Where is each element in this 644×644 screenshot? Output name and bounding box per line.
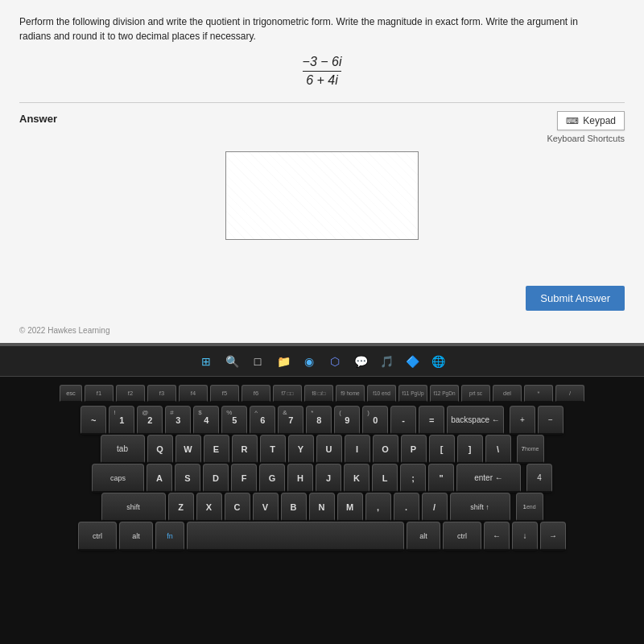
key-c[interactable]: C [225, 493, 250, 522]
key-ctrl-right[interactable]: ctrl [443, 522, 481, 551]
key-0[interactable]: )0 [362, 406, 388, 435]
key-f8[interactable]: f8 □/□ [304, 385, 333, 402]
key-t[interactable]: T [260, 435, 286, 464]
key-quote[interactable]: " [428, 464, 454, 493]
key-numpad-div[interactable]: / [555, 385, 584, 402]
key-q[interactable]: Q [147, 435, 173, 464]
key-prtsc[interactable]: prt sc [461, 385, 490, 402]
key-f9[interactable]: f9 home [336, 385, 365, 402]
key-backspace[interactable]: backspace ← [447, 406, 504, 435]
key-semicolon[interactable]: ; [400, 464, 426, 493]
key-9[interactable]: (9 [334, 406, 360, 435]
key-shift-right[interactable]: shift ↑ [450, 493, 510, 522]
key-f12[interactable]: f12 PgDn [430, 385, 459, 402]
key-period[interactable]: . [394, 493, 419, 522]
key-minus[interactable]: - [390, 406, 416, 435]
key-slash[interactable]: / [422, 493, 448, 522]
taskbar-chat-icon[interactable]: 💬 [352, 353, 369, 370]
taskbar-search-icon[interactable]: 🔍 [223, 353, 241, 370]
key-6[interactable]: ^6 [250, 406, 275, 435]
submit-button[interactable]: Submit Answer [526, 286, 625, 311]
key-esc[interactable]: esc [60, 385, 82, 402]
key-tab[interactable]: tab [101, 435, 145, 464]
key-p[interactable]: P [401, 435, 427, 464]
key-f7[interactable]: f7 □□ [273, 385, 302, 402]
key-comma[interactable]: , [365, 493, 391, 522]
answer-box[interactable] [225, 151, 419, 240]
key-alt-right[interactable]: alt [407, 522, 440, 551]
key-x[interactable]: X [196, 493, 222, 522]
key-4[interactable]: 4 [526, 464, 552, 493]
key-f3[interactable]: f3 [147, 385, 176, 402]
key-d[interactable]: D [203, 464, 229, 493]
math-numerator: −3 − 6i [303, 55, 342, 72]
taskbar-edge-icon[interactable]: ◉ [300, 353, 318, 370]
key-backtick[interactable]: ~ [80, 406, 106, 435]
key-backslash[interactable]: \ [485, 435, 511, 464]
key-fn[interactable]: fn [155, 522, 184, 551]
taskbar-app1-icon[interactable]: 🔷 [403, 353, 421, 370]
taskbar-browser-icon[interactable]: 🌐 [429, 353, 447, 370]
key-rbracket[interactable]: ] [457, 435, 483, 464]
key-capslock[interactable]: caps [92, 464, 144, 493]
key-8[interactable]: *8 [306, 406, 332, 435]
key-ctrl-left[interactable]: ctrl [78, 522, 117, 551]
key-enter[interactable]: enter ← [456, 464, 521, 493]
key-equals[interactable]: = [419, 406, 444, 435]
key-f11[interactable]: f11 PgUp [398, 385, 427, 402]
taskbar-folder-icon[interactable]: 📁 [275, 353, 292, 370]
key-f2[interactable]: f2 [116, 385, 145, 402]
key-arrow-right[interactable]: → [540, 522, 566, 551]
key-s[interactable]: S [175, 464, 200, 493]
key-v[interactable]: V [253, 493, 279, 522]
key-4[interactable]: $4 [193, 406, 219, 435]
keypad-button[interactable]: ⌨ Keypad [557, 111, 625, 130]
key-lbracket[interactable]: [ [429, 435, 455, 464]
key-shift-left[interactable]: shift [101, 493, 166, 522]
key-a[interactable]: A [147, 464, 172, 493]
key-h[interactable]: H [287, 464, 313, 493]
key-f6[interactable]: f6 [242, 385, 270, 402]
key-1-end[interactable]: 1end [516, 493, 543, 522]
key-f5[interactable]: f5 [210, 385, 239, 402]
key-5[interactable]: %5 [221, 406, 247, 435]
key-space[interactable] [187, 522, 404, 551]
keyboard-shortcuts-link[interactable]: Keyboard Shortcuts [547, 134, 625, 143]
key-numpad-minus[interactable]: − [538, 406, 564, 435]
key-7-home[interactable]: 7home [517, 435, 544, 464]
key-3[interactable]: #3 [165, 406, 191, 435]
key-f[interactable]: F [231, 464, 257, 493]
key-f4[interactable]: f4 [179, 385, 208, 402]
key-m[interactable]: M [337, 493, 363, 522]
key-w[interactable]: W [175, 435, 201, 464]
key-i[interactable]: I [345, 435, 370, 464]
taskbar-task-icon[interactable]: □ [249, 353, 266, 370]
key-u[interactable]: U [316, 435, 342, 464]
key-7[interactable]: &7 [278, 406, 303, 435]
key-j[interactable]: J [316, 464, 341, 493]
key-z[interactable]: Z [168, 493, 194, 522]
key-2[interactable]: @2 [137, 406, 163, 435]
key-f10[interactable]: f10 end [367, 385, 396, 402]
key-1[interactable]: !1 [109, 406, 134, 435]
key-alt-left[interactable]: alt [119, 522, 153, 551]
key-delete[interactable]: del [493, 385, 522, 402]
keyboard-area: esc f1 f2 f3 f4 f5 f6 f7 □□ f8 □/□ f9 ho… [0, 377, 644, 644]
key-g[interactable]: G [259, 464, 285, 493]
taskbar-media-icon[interactable]: 🎵 [378, 353, 395, 370]
key-f1[interactable]: f1 [85, 385, 114, 402]
key-e[interactable]: E [204, 435, 229, 464]
key-arrow-left[interactable]: ← [484, 522, 510, 551]
key-k[interactable]: K [344, 464, 369, 493]
key-y[interactable]: Y [288, 435, 314, 464]
key-arrow-down[interactable]: ↓ [512, 522, 538, 551]
key-r[interactable]: R [232, 435, 258, 464]
taskbar-windows-icon[interactable]: ⊞ [197, 353, 215, 370]
taskbar-teams-icon[interactable]: ⬡ [326, 353, 344, 370]
key-numpad-plus[interactable]: + [510, 406, 535, 435]
key-l[interactable]: L [372, 464, 398, 493]
key-n[interactable]: N [309, 493, 335, 522]
key-numpad-mul[interactable]: * [524, 385, 553, 402]
key-o[interactable]: O [373, 435, 398, 464]
key-b[interactable]: B [281, 493, 307, 522]
